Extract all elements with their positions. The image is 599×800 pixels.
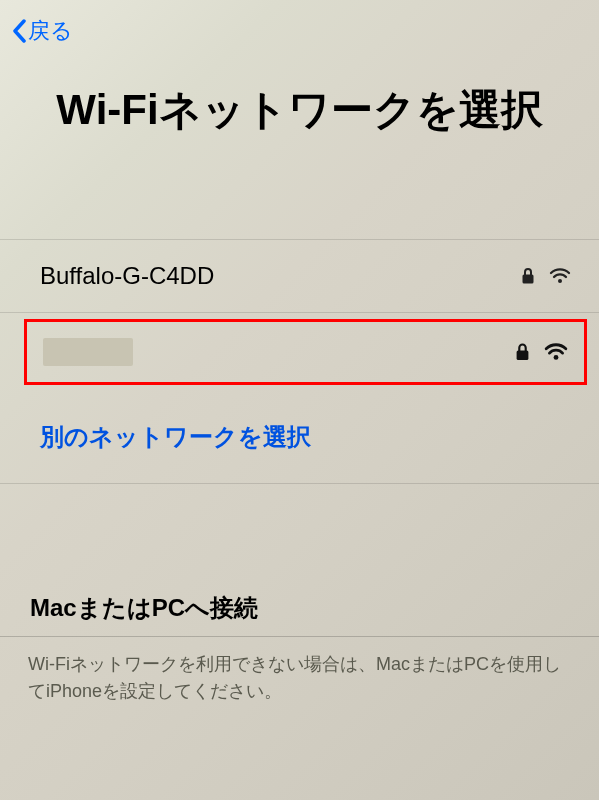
svg-point-1 — [558, 279, 562, 283]
footer-section-title: MacまたはPCへ接続 — [0, 574, 599, 637]
wifi-network-name-blurred — [43, 338, 133, 366]
choose-other-network-button[interactable]: 別のネットワークを選択 — [0, 391, 599, 484]
lock-icon — [521, 267, 535, 285]
back-label: 戻る — [28, 16, 73, 46]
page-title: Wi-Fiネットワークを選択 — [0, 62, 599, 179]
wifi-icon — [544, 343, 568, 361]
wifi-icon — [549, 268, 571, 284]
chevron-left-icon — [12, 19, 26, 43]
wifi-network-row[interactable]: Buffalo-G-C4DD — [0, 239, 599, 313]
back-button[interactable]: 戻る — [12, 16, 73, 46]
wifi-network-icons — [515, 342, 568, 362]
header-bar: 戻る — [0, 0, 599, 62]
footer-description: Wi-Fiネットワークを利用できない場合は、MacまたはPCを使用してiPhon… — [0, 637, 599, 719]
wifi-network-icons — [521, 267, 571, 285]
svg-rect-2 — [517, 350, 529, 360]
network-list: Buffalo-G-C4DD — [0, 239, 599, 484]
wifi-network-name: Buffalo-G-C4DD — [40, 262, 214, 290]
choose-other-network-label: 別のネットワークを選択 — [40, 423, 311, 450]
svg-rect-0 — [523, 274, 534, 283]
svg-point-3 — [554, 355, 559, 360]
wifi-network-row-highlighted[interactable] — [24, 319, 587, 385]
section-gap — [0, 484, 599, 574]
lock-icon — [515, 342, 530, 362]
